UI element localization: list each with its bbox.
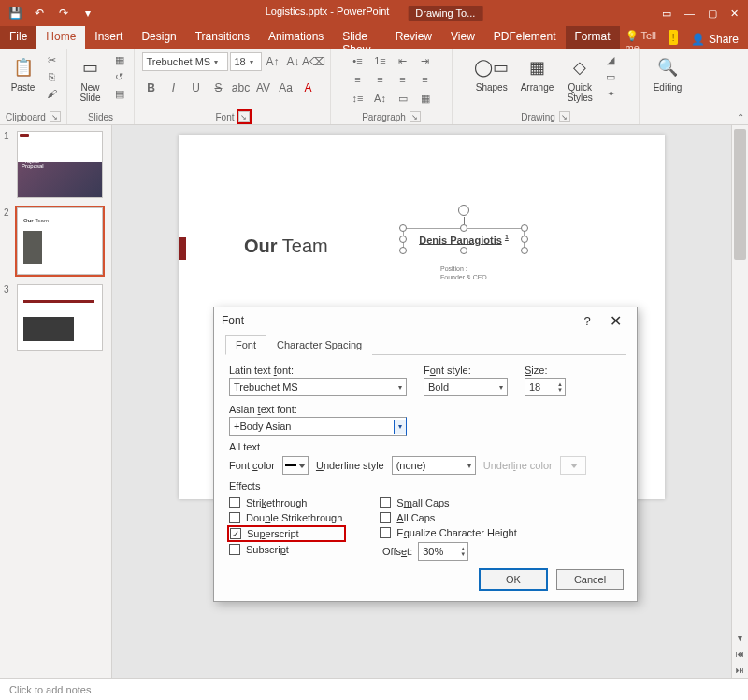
- tab-pdf[interactable]: PDFelement: [484, 26, 566, 49]
- font-size-combo[interactable]: 18▾: [230, 52, 262, 71]
- tab-slideshow[interactable]: Slide Show: [333, 26, 385, 49]
- offset-spinner[interactable]: 30%▲▼: [418, 542, 468, 561]
- font-color-swatch[interactable]: [282, 456, 309, 475]
- font-style-select[interactable]: Bold▾: [424, 378, 508, 396]
- underline-style-select[interactable]: (none)▾: [392, 456, 476, 475]
- resize-handle[interactable]: [460, 247, 468, 254]
- cancel-button[interactable]: Cancel: [556, 569, 624, 590]
- underline-button[interactable]: U: [187, 79, 206, 97]
- shape-fill-button[interactable]: ◢: [602, 52, 619, 67]
- change-case-button[interactable]: Aa: [277, 79, 295, 97]
- resize-handle[interactable]: [399, 247, 407, 254]
- redo-icon[interactable]: ↷: [56, 6, 71, 21]
- notes-pane[interactable]: Click to add notes: [0, 678, 748, 700]
- align-text-button[interactable]: ▭: [393, 90, 413, 107]
- font-name-combo[interactable]: Trebuchet MS▾: [142, 52, 228, 71]
- strike-checkbox[interactable]: Strikethrough: [229, 497, 342, 508]
- tab-design[interactable]: Design: [132, 26, 185, 49]
- tab-view[interactable]: View: [441, 26, 484, 49]
- shape-outline-button[interactable]: ▭: [602, 69, 619, 84]
- vertical-scrollbar[interactable]: ▲ ▼ ⏮ ⏭: [731, 125, 748, 678]
- resize-handle[interactable]: [460, 224, 468, 232]
- justify-button[interactable]: ≡: [415, 71, 436, 88]
- tab-transitions[interactable]: Transitions: [186, 26, 259, 49]
- window-minimize-icon[interactable]: —: [684, 7, 695, 19]
- grow-font-button[interactable]: A↑: [264, 52, 282, 71]
- resize-handle[interactable]: [521, 224, 528, 232]
- italic-button[interactable]: I: [165, 79, 183, 97]
- font-color-button[interactable]: A: [299, 79, 318, 97]
- latin-font-select[interactable]: Trebuchet MS▾: [229, 378, 407, 396]
- new-slide-button[interactable]: ▭ New Slide: [74, 52, 108, 105]
- ok-button[interactable]: OK: [480, 569, 547, 590]
- format-painter-button[interactable]: 🖌: [44, 86, 61, 101]
- numbering-button[interactable]: 1≡: [370, 52, 391, 69]
- share-button[interactable]: 👤 Share: [682, 26, 748, 49]
- clipboard-launcher[interactable]: ↘: [50, 111, 61, 122]
- bullets-button[interactable]: •≡: [348, 52, 368, 69]
- resize-handle[interactable]: [399, 236, 407, 243]
- dialog-titlebar[interactable]: Font ? ✕: [214, 307, 637, 334]
- scroll-down-icon[interactable]: ▼: [732, 631, 748, 646]
- layout-button[interactable]: ▦: [111, 52, 128, 67]
- dialog-help-icon[interactable]: ?: [573, 311, 601, 330]
- tab-home[interactable]: Home: [36, 26, 85, 49]
- quick-styles-button[interactable]: ◇Quick Styles: [563, 52, 597, 105]
- ribbon-options-icon[interactable]: ▭: [662, 7, 671, 20]
- drawing-launcher[interactable]: ↘: [559, 111, 570, 122]
- font-launcher[interactable]: ↘: [238, 111, 250, 122]
- align-right-button[interactable]: ≡: [393, 71, 413, 88]
- tab-review[interactable]: Review: [386, 26, 441, 49]
- text-direction-button[interactable]: A↕: [370, 90, 391, 107]
- copy-button[interactable]: ⎘: [44, 69, 61, 84]
- rotate-handle-icon[interactable]: [458, 205, 469, 216]
- paragraph-launcher[interactable]: ↘: [410, 111, 421, 122]
- indent-inc-button[interactable]: ⇥: [415, 52, 436, 69]
- undo-icon[interactable]: ↶: [32, 6, 47, 21]
- collapse-ribbon-icon[interactable]: ⌃: [737, 112, 744, 122]
- tell-me-search[interactable]: 💡 Tell me...: [620, 26, 666, 49]
- small-caps-checkbox[interactable]: Small Caps: [380, 497, 516, 508]
- size-spinner[interactable]: 18▲▼: [525, 378, 566, 396]
- section-button[interactable]: ▤: [111, 86, 128, 101]
- equalize-checkbox[interactable]: Equalize Character Height: [380, 527, 516, 538]
- dialog-close-icon[interactable]: ✕: [601, 311, 629, 330]
- thumbnail-2[interactable]: 2 Our Team: [4, 207, 108, 275]
- paste-button[interactable]: 📋 Paste: [7, 52, 40, 94]
- strike-button[interactable]: S: [209, 79, 228, 97]
- resize-handle[interactable]: [521, 247, 528, 254]
- selected-textbox[interactable]: Denis Panagiotis 1: [403, 228, 525, 250]
- align-left-button[interactable]: ≡: [348, 71, 368, 88]
- shapes-button[interactable]: ◯▭Shapes: [472, 52, 511, 94]
- shadow-button[interactable]: abc: [232, 79, 251, 97]
- window-close-icon[interactable]: ✕: [730, 7, 739, 20]
- bold-button[interactable]: B: [142, 79, 161, 97]
- subscript-checkbox[interactable]: Subscript: [229, 544, 342, 555]
- next-slide-icon[interactable]: ⏭: [732, 663, 748, 678]
- double-strike-checkbox[interactable]: Double Strikethrough: [229, 512, 342, 523]
- tab-file[interactable]: File: [0, 26, 36, 49]
- tab-insert[interactable]: Insert: [85, 26, 132, 49]
- tab-format[interactable]: Format: [566, 26, 620, 49]
- asian-font-select[interactable]: +Body Asian▾: [229, 417, 407, 436]
- align-center-button[interactable]: ≡: [370, 71, 391, 88]
- line-spacing-button[interactable]: ↕≡: [348, 90, 368, 107]
- tab-animations[interactable]: Animations: [259, 26, 333, 49]
- window-restore-icon[interactable]: ▢: [708, 7, 717, 20]
- clear-format-button[interactable]: A⌫: [305, 52, 324, 71]
- thumbnail-3[interactable]: 3: [4, 284, 108, 351]
- save-icon[interactable]: 💾: [7, 6, 22, 21]
- dialog-tab-spacing[interactable]: Character SpacingCharacter Spacing: [266, 335, 372, 355]
- shape-effects-button[interactable]: ✦: [602, 86, 619, 101]
- thumbnail-pane[interactable]: 1 ProjectProposal 2 Our Team 3: [0, 125, 112, 678]
- all-caps-checkbox[interactable]: All Caps: [380, 512, 516, 523]
- dialog-tab-font[interactable]: FFontont: [225, 335, 266, 355]
- warning-icon[interactable]: !: [669, 30, 678, 45]
- title-our-team[interactable]: Our Team: [244, 236, 328, 257]
- reset-button[interactable]: ↺: [111, 69, 128, 84]
- resize-handle[interactable]: [521, 236, 528, 243]
- arrange-button[interactable]: ▦Arrange: [517, 52, 558, 94]
- shrink-font-button[interactable]: A↓: [284, 52, 303, 71]
- char-spacing-button[interactable]: AV: [254, 79, 273, 97]
- resize-handle[interactable]: [399, 224, 407, 232]
